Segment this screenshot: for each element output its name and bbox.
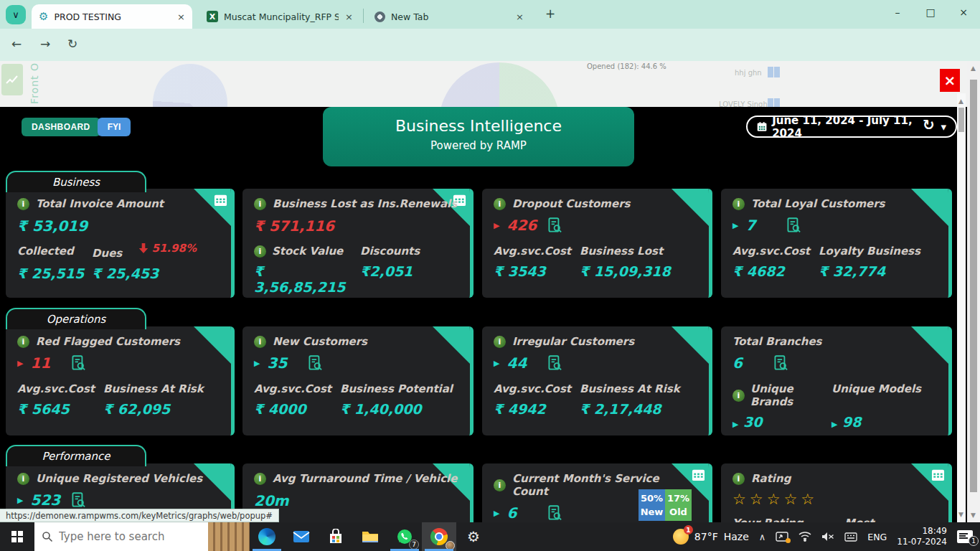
fyi-tab-button[interactable]: FYI	[98, 118, 131, 136]
card-title-text: Total Invoice Amount	[36, 197, 164, 210]
search-highlight-image[interactable]	[208, 522, 250, 551]
dashboard-tab-button[interactable]: DASHBOARD	[22, 118, 100, 136]
modal-scrollbar[interactable]: ▲ ▼	[957, 93, 966, 522]
report-search-icon[interactable]	[545, 354, 564, 372]
info-icon[interactable]: i	[494, 198, 506, 210]
cast-screen-icon[interactable]	[776, 532, 788, 542]
info-icon[interactable]: i	[732, 198, 745, 210]
tab-close-icon[interactable]: ×	[177, 11, 185, 22]
branches-count: 6	[732, 354, 764, 372]
unique-models-label: Unique Models	[831, 382, 937, 408]
report-search-icon[interactable]	[784, 216, 803, 235]
avg-svc-cost-value: ₹ 4682	[732, 263, 807, 279]
info-icon[interactable]: i	[254, 198, 266, 210]
card-current-month-service-count: i Current Month's Service Count ▶ 6 50% …	[482, 463, 712, 522]
info-icon[interactable]: i	[17, 336, 29, 348]
report-search-icon[interactable]	[69, 354, 88, 372]
taskbar-clock[interactable]: 18:49 11-07-2024	[897, 526, 947, 547]
tab-search-button[interactable]: ∨	[6, 5, 26, 24]
loyalty-business-value: ₹ 32,774	[819, 263, 937, 279]
search-input[interactable]	[59, 530, 181, 543]
dashboard-header: Business Intelligence Powered by RAMP	[323, 107, 634, 166]
info-icon[interactable]: i	[732, 390, 745, 402]
new-tab-button[interactable]: +	[545, 6, 555, 21]
info-icon[interactable]: i	[17, 473, 29, 485]
table-cells	[768, 67, 780, 77]
scroll-down-icon[interactable]: ▼	[971, 512, 976, 519]
new-customers-count: 35	[267, 354, 298, 372]
section-tab-operations[interactable]: Operations	[6, 308, 146, 329]
taskbar-file-explorer[interactable]	[353, 522, 387, 551]
taskbar-whatsapp[interactable]: 7	[387, 522, 422, 551]
scroll-down-icon[interactable]: ▼	[958, 511, 963, 518]
taskbar-search[interactable]	[34, 522, 250, 551]
wifi-icon[interactable]	[798, 532, 811, 542]
info-icon[interactable]: i	[17, 198, 29, 210]
taskbar-edge[interactable]	[250, 522, 284, 551]
volume-muted-icon[interactable]	[821, 532, 834, 542]
turnaround-value: 20m	[254, 492, 458, 509]
language-indicator[interactable]: ENG	[867, 532, 887, 542]
modal-close-button[interactable]: ×	[940, 69, 960, 92]
report-search-icon[interactable]	[545, 504, 564, 522]
taskbar-settings[interactable]: ⚙	[456, 522, 491, 551]
tab-muscat-rfp[interactable]: X Muscat Muncipality_RFP Scope_ ×	[199, 4, 360, 29]
service-count: 6	[507, 504, 538, 522]
report-search-icon[interactable]	[306, 354, 324, 372]
start-button[interactable]	[0, 522, 34, 551]
tab-title: Muscat Muncipality_RFP Scope_	[224, 11, 339, 22]
marker-icon: ▶	[17, 359, 23, 368]
vehicles-count: 523	[30, 491, 62, 509]
marker-icon: ▶	[494, 509, 499, 518]
scrollbar-thumb[interactable]	[970, 80, 977, 492]
clock-time: 18:49	[897, 526, 947, 537]
touch-keyboard-icon[interactable]	[844, 532, 857, 542]
refresh-icon[interactable]: ↻	[923, 116, 935, 133]
tab-prod-testing[interactable]: ⚙ PROD TESTING ×	[32, 4, 192, 29]
section-tab-business[interactable]: Business	[6, 171, 146, 192]
card-dropout-customers: i Dropout Customers ▶ 426 Avg.svc.Cost B…	[482, 189, 712, 298]
report-search-icon[interactable]	[69, 491, 88, 509]
card-rating: i Rating ☆☆☆☆☆ Your Rating Most Profitab…	[721, 463, 952, 522]
window-maximize-button[interactable]: □	[918, 6, 943, 18]
taskbar-store[interactable]	[319, 522, 353, 551]
avg-svc-cost-label: Avg.svc.Cost	[494, 382, 568, 395]
report-search-icon[interactable]	[771, 354, 790, 372]
taskbar-chrome[interactable]	[422, 522, 456, 551]
window-minimize-button[interactable]: –	[885, 6, 910, 18]
back-button[interactable]: ←	[11, 37, 22, 51]
card-total-branches: Total Branches 6 i Unique Brands Unique …	[721, 326, 952, 435]
tab-close-icon[interactable]: ×	[516, 11, 524, 22]
card-title-text: Total Loyal Customers	[751, 197, 885, 210]
notification-center-icon[interactable]: 1	[957, 530, 973, 543]
page-scrollbar[interactable]: ▲ ▼	[967, 61, 980, 522]
stock-value-label: Stock Value	[272, 245, 343, 258]
section-tab-performance[interactable]: Performance	[6, 445, 146, 466]
info-icon[interactable]: i	[732, 473, 745, 485]
star-rating[interactable]: ☆☆☆☆☆	[732, 491, 937, 508]
forward-button[interactable]: →	[40, 37, 50, 51]
report-search-icon[interactable]	[545, 216, 564, 235]
tray-chevron-icon[interactable]: ∧	[759, 532, 766, 542]
marker-icon: ▶	[732, 221, 738, 230]
reload-button[interactable]: ↻	[67, 37, 77, 51]
tab-new-tab[interactable]: New Tab ×	[367, 4, 531, 29]
card-title-text: Dropout Customers	[512, 197, 631, 210]
discounts-value: ₹2,051	[360, 263, 458, 295]
info-icon[interactable]: i	[254, 336, 266, 348]
old-label: Old	[665, 505, 692, 519]
info-icon[interactable]: i	[254, 473, 266, 485]
marker-icon: ▶	[831, 420, 837, 429]
info-icon[interactable]: i	[494, 336, 506, 348]
info-icon[interactable]: i	[254, 245, 266, 258]
info-icon[interactable]: i	[494, 479, 506, 491]
unique-models-value: 98	[842, 414, 861, 430]
avg-svc-cost-label: Avg.svc.Cost	[254, 382, 329, 395]
scroll-up-icon[interactable]: ▲	[958, 98, 963, 105]
window-close-button[interactable]: ×	[951, 6, 976, 18]
weather-widget[interactable]: 1 87°F Haze	[673, 529, 749, 545]
scroll-up-icon[interactable]: ▲	[971, 65, 976, 72]
taskbar-mail[interactable]	[284, 522, 319, 551]
tab-close-icon[interactable]: ×	[345, 11, 353, 22]
scrollbar-thumb[interactable]	[958, 108, 964, 132]
